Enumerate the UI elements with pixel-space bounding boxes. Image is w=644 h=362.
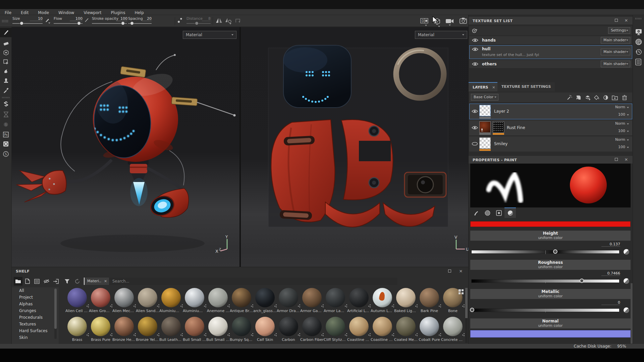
hide-resources-icon[interactable] (42, 277, 51, 286)
material-tile[interactable]: Bronze Yell... (136, 317, 159, 342)
stroke-opacity-control[interactable]: Stroke opacity 100 (92, 16, 122, 26)
stroke-opacity-slider-handle[interactable] (121, 21, 125, 25)
channel-slider[interactable] (471, 308, 620, 312)
layer-row[interactable]: Layer 2 Norm 100 (469, 104, 632, 119)
eraser-tool[interactable] (0, 39, 12, 48)
normal-color-swatch[interactable] (470, 330, 631, 338)
grayscale-picker-button[interactable] (623, 249, 630, 255)
category-hard-surfaces[interactable]: Hard Surfaces (12, 327, 59, 334)
camera-video-icon[interactable] (445, 18, 454, 24)
add-effect-icon[interactable] (602, 94, 609, 101)
layer-thumbnail[interactable] (479, 105, 491, 116)
size-value[interactable]: 10 (30, 16, 43, 21)
properties-restore-icon[interactable] (615, 158, 619, 162)
material-tile[interactable]: Alien Mech... (112, 288, 136, 313)
toolbar-grip[interactable] (2, 20, 9, 22)
resource-list-icon[interactable] (33, 277, 41, 286)
texture-set-row-hull[interactable]: hull texture set of the hull... just fyi… (469, 45, 632, 59)
channel-value-field[interactable]: 0 (601, 300, 620, 305)
symmetry-icon[interactable] (215, 17, 223, 24)
add-folder-icon[interactable] (611, 94, 619, 101)
channel-filter-dropdown[interactable]: Base Color (471, 94, 498, 101)
channel-header[interactable]: Roughness uniform color (470, 260, 631, 270)
size-slider-handle[interactable] (20, 21, 23, 25)
spacing-slider-handle[interactable] (130, 21, 134, 25)
texture-set-row-others[interactable]: others Main shader (469, 60, 632, 68)
clone-tool[interactable] (0, 76, 12, 85)
tab-alpha[interactable] (482, 208, 493, 218)
size-control[interactable]: Size 10 (12, 16, 43, 26)
slider-handle[interactable] (553, 249, 557, 254)
photoshop-export-icon[interactable]: Ps (0, 130, 12, 139)
material-tile[interactable]: Artificial Lea... (347, 288, 371, 313)
projection-tool[interactable] (0, 48, 12, 57)
paint-brush-tool[interactable] (0, 28, 12, 37)
radial-symmetry-icon[interactable] (225, 17, 232, 24)
material-tile[interactable]: Alien Growt... (89, 288, 112, 313)
base-color-swatch[interactable] (470, 221, 631, 227)
filter-chip-close-icon[interactable]: × (104, 279, 107, 283)
spacing-control[interactable]: Spacing 20 (128, 16, 152, 26)
opacity-dropdown[interactable]: 100 (618, 145, 629, 149)
material-tile[interactable]: Bronze Hex... (112, 317, 136, 342)
flow-value[interactable]: 100 (70, 16, 83, 21)
texture-set-settings-dropdown[interactable]: Settings (608, 27, 630, 34)
add-fill-layer-icon[interactable] (593, 94, 600, 101)
channel-slider[interactable] (471, 279, 620, 283)
import-resources-icon[interactable] (51, 277, 60, 286)
eye-icon[interactable] (472, 62, 478, 66)
main-shader-dropdown[interactable]: Main shader (601, 61, 630, 67)
layer-row[interactable]: Smiley Norm 100 (469, 136, 632, 152)
material-tile[interactable]: Brass Pure (89, 317, 112, 342)
material-tile[interactable]: Armor Lam... (324, 288, 347, 313)
grayscale-picker-button[interactable] (623, 278, 630, 284)
main-shader-dropdown[interactable]: Main shader (601, 37, 630, 44)
lazy-mouse-dots-icon[interactable] (177, 17, 183, 24)
material-tile[interactable]: Bull Leather... (159, 317, 183, 342)
channel-value-field[interactable]: 0.137 (601, 242, 620, 247)
material-tile[interactable]: Alien Cell M... (65, 288, 89, 313)
material-picker-tool[interactable] (0, 85, 12, 95)
material-tile[interactable]: Bull Small G... (183, 317, 206, 342)
grid-view-icon[interactable] (459, 289, 464, 294)
material-tile[interactable]: Calf Skin (253, 317, 277, 342)
tab-close-icon[interactable]: × (492, 85, 495, 89)
viewport-3d[interactable]: Material Y X Z (12, 27, 239, 267)
main-shader-dropdown[interactable]: Main shader (601, 49, 630, 55)
material-tile[interactable]: Alien Sand ... (136, 288, 159, 313)
material-tile[interactable]: Autumn Leaf (371, 288, 394, 313)
iray-render-icon[interactable] (0, 139, 12, 148)
properties-close-icon[interactable]: × (624, 158, 628, 162)
material-tile[interactable]: Aluminium ... (159, 288, 183, 313)
layer-thumbnail[interactable] (479, 137, 491, 149)
material-tile[interactable]: Baked Light... (394, 288, 418, 313)
folder-view-icon[interactable] (14, 277, 22, 286)
shader-settings-icon[interactable] (635, 39, 642, 45)
material-tile[interactable]: Coastline Fl... (347, 317, 371, 342)
layer-mask-thumbnail[interactable] (493, 121, 504, 133)
layer-row[interactable]: Rust Fine Norm 100 (469, 120, 632, 135)
channel-header[interactable]: Height uniform color (470, 231, 631, 241)
blend-mode-dropdown[interactable]: Norm (615, 121, 629, 126)
category-alphas[interactable]: Alphas (12, 301, 59, 307)
texture-set-row-hands[interactable]: hands Main shader (469, 36, 632, 44)
material-tile[interactable]: Bull Small G... (206, 317, 230, 342)
pen-pressure-flow-icon[interactable] (85, 18, 89, 22)
category-procedurals[interactable]: Procedurals (12, 314, 59, 321)
category-grunges[interactable]: Grunges (12, 307, 59, 314)
material-tile[interactable]: Bumpy Squ... (230, 317, 253, 342)
flow-slider-handle[interactable] (77, 21, 81, 25)
categories-scrollbar[interactable] (54, 289, 57, 339)
materials-scrollbar[interactable] (465, 288, 468, 343)
new-resource-icon[interactable] (23, 277, 32, 286)
add-layer-icon[interactable] (584, 94, 591, 101)
search-input[interactable] (109, 278, 397, 285)
material-tile[interactable]: Cliff Stylized... (324, 317, 347, 342)
material-tile[interactable]: Armor Gam... (300, 288, 324, 313)
shelf-restore-icon[interactable] (448, 269, 452, 273)
category-skin[interactable]: Skin (12, 334, 59, 341)
stroke-opacity-value[interactable]: 100 (116, 16, 127, 21)
tab-material[interactable] (504, 207, 516, 218)
magic-wand-icon[interactable] (566, 94, 573, 101)
spacing-value[interactable]: 20 (142, 16, 152, 21)
